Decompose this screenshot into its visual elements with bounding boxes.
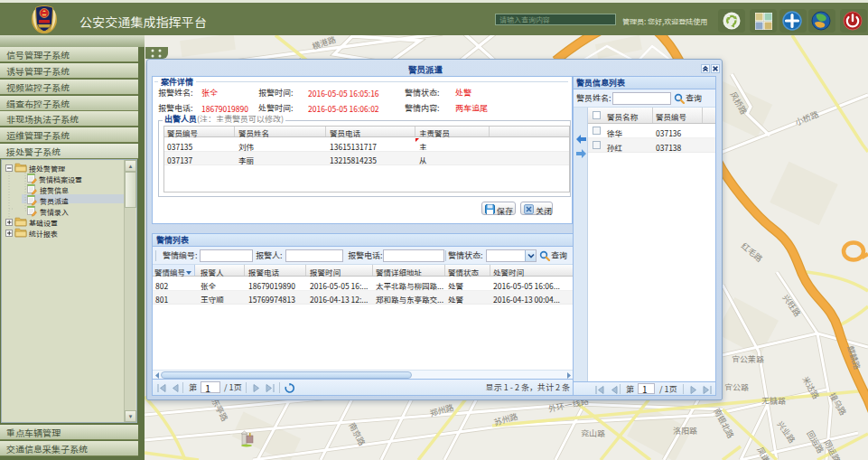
svg-text:洛阳路: 洛阳路 — [673, 425, 697, 437]
svg-text:无糖路: 无糖路 — [761, 395, 786, 407]
svg-text:宜公茉路: 宜公茉路 — [732, 353, 764, 365]
svg-text:宜公路: 宜公路 — [724, 381, 749, 393]
svg-text:兖山路: 兖山路 — [581, 427, 605, 439]
